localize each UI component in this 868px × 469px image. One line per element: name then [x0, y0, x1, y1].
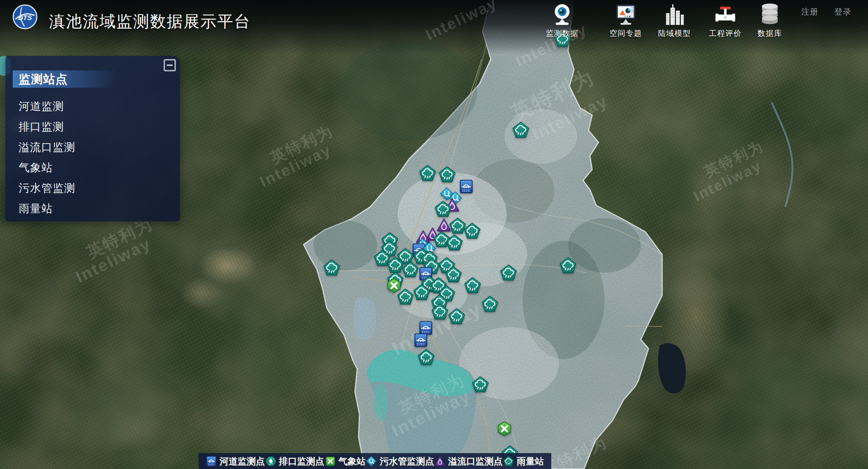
weather-sq-legend-icon	[325, 456, 336, 467]
map-marker-rain[interactable]	[512, 121, 529, 139]
map-marker-rain[interactable]	[419, 165, 436, 182]
legend-label: 雨量站	[517, 455, 544, 468]
nav-item-project-eval[interactable]: 工程评价	[703, 2, 748, 39]
sidebar-item-6[interactable]: 雨量站	[5, 198, 180, 219]
legend-item-weather-sq: 气象站	[325, 455, 366, 468]
map-marker-river[interactable]	[414, 333, 428, 347]
map-marker-rain[interactable]	[413, 284, 430, 301]
map-marker-rain[interactable]	[559, 257, 577, 274]
sidebar-item-5[interactable]: 污水管监测	[5, 178, 180, 198]
map-marker-rain[interactable]	[431, 303, 449, 320]
rain-legend-icon	[503, 456, 514, 467]
legend-item-river: 河道监测点	[206, 455, 265, 468]
outlet-legend-icon	[265, 456, 276, 467]
nav-label: 监测数据	[539, 28, 585, 39]
nav-label: 工程评价	[703, 28, 748, 39]
legend-label: 溢流口监测点	[448, 455, 503, 468]
map-marker-rain[interactable]	[402, 261, 419, 278]
map-marker-rain[interactable]	[434, 200, 452, 218]
legend-label: 污水管监测点	[379, 455, 434, 468]
legend-label: 河道监测点	[219, 455, 265, 468]
panel-title: 监测站点	[13, 70, 116, 88]
legend-label: 排口监测点	[279, 455, 324, 468]
monitor-icon	[614, 2, 638, 26]
map-marker-rain[interactable]	[472, 376, 489, 393]
nav-item-monitor-data[interactable]: 监测数据	[539, 2, 585, 39]
buildings-icon	[663, 2, 686, 26]
nav-label: 数据库	[747, 28, 793, 39]
nav-item-spatial-theme[interactable]: 空间专题	[603, 2, 649, 39]
map-marker-rain[interactable]	[500, 264, 517, 281]
sidebar-item-4[interactable]: 气象站	[5, 157, 180, 178]
map-marker-rain[interactable]	[464, 222, 481, 239]
database-icon	[758, 2, 782, 26]
overflow-legend-icon	[434, 456, 445, 467]
nav-item-database[interactable]: 数据库	[747, 2, 793, 39]
register-link[interactable]: 注册	[801, 6, 818, 17]
panel-menu: 河道监测排口监测溢流口监测气象站污水管监测雨量站	[5, 96, 180, 219]
panel-minimize-button[interactable]	[164, 59, 176, 71]
map-marker-rain[interactable]	[439, 166, 456, 183]
map-marker-rain[interactable]	[418, 349, 435, 366]
map-marker-rain[interactable]	[323, 259, 340, 276]
legend-item-sewage: 污水管监测点	[366, 455, 434, 468]
map-marker-rain[interactable]	[445, 266, 462, 283]
map-marker-rain[interactable]	[464, 277, 481, 294]
map-marker-weather[interactable]	[497, 421, 512, 436]
main-nav: 监测数据 空间专题 陆域模型 工程评价 数据库	[0, 0, 868, 45]
sewage-legend-icon	[366, 456, 377, 467]
map-marker-rain[interactable]	[448, 308, 465, 325]
legend-item-overflow: 溢流口监测点	[434, 455, 503, 468]
river-legend-icon	[206, 456, 217, 467]
app-window: DTS	[0, 0, 868, 469]
map-legend: 河道监测点 排口监测点 气象站 污水管监测点 溢流口监测点 雨量站	[199, 453, 551, 469]
sidebar-item-2[interactable]: 排口监测	[5, 116, 180, 137]
login-link[interactable]: 登录	[834, 6, 852, 17]
sidebar-item-3[interactable]: 溢流口监测	[5, 137, 180, 157]
legend-item-outlet: 排口监测点	[265, 455, 324, 468]
map-marker-rain[interactable]	[481, 295, 499, 313]
legend-label: 气象站	[339, 455, 366, 468]
map-marker-rain[interactable]	[446, 234, 463, 251]
webcam-icon	[550, 2, 574, 26]
map-marker-rain[interactable]	[397, 288, 414, 305]
monitoring-stations-panel: 监测站点 河道监测排口监测溢流口监测气象站污水管监测雨量站	[5, 56, 180, 221]
legend-item-rain: 雨量站	[503, 455, 544, 468]
nav-label: 空间专题	[603, 28, 649, 39]
sidebar-item-1[interactable]: 河道监测	[5, 96, 180, 116]
nav-label: 陆域模型	[652, 28, 697, 39]
valve-icon	[713, 2, 737, 26]
nav-item-land-model[interactable]: 陆域模型	[652, 2, 697, 39]
